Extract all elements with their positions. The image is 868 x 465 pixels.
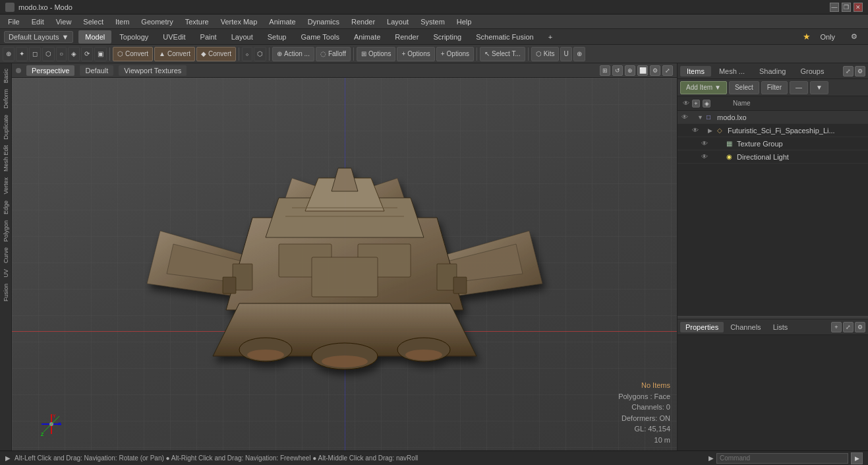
sidebar-basic[interactable]: Basic <box>2 66 10 86</box>
menu-help[interactable]: Help <box>451 16 477 27</box>
default-tab[interactable]: Default <box>80 65 113 76</box>
vp-maximize-btn[interactable]: ⤢ <box>662 65 673 76</box>
menu-dynamics[interactable]: Dynamics <box>303 16 345 27</box>
options-button-3[interactable]: + Options <box>436 47 474 61</box>
sidebar-vertex[interactable]: Vertex <box>2 175 10 197</box>
item-row-light[interactable]: 👁 ▶ ◉ Directional Light <box>678 150 868 164</box>
item-row-modo[interactable]: 👁 ▼ □ modo.lxo <box>678 111 868 124</box>
sidebar-polygon[interactable]: Polygon <box>2 218 10 245</box>
expand-spaceship[interactable]: ▶ <box>708 127 716 134</box>
command-run-button[interactable]: ▶ <box>851 452 863 464</box>
viewport-textures-tab[interactable]: Viewport Textures <box>119 65 187 76</box>
command-input[interactable] <box>716 453 848 464</box>
panel-expand-btn[interactable]: ⤢ <box>843 66 854 77</box>
tab-topology[interactable]: Topology <box>113 30 155 44</box>
expand-texture[interactable]: ▶ <box>717 140 725 147</box>
sidebar-duplicate[interactable]: Duplicate <box>2 112 10 142</box>
vis-icon-spaceship[interactable]: 👁 <box>691 127 700 134</box>
vp-settings-btn[interactable]: ⚙ <box>650 65 660 76</box>
props-expand-btn[interactable]: ⤢ <box>843 322 854 332</box>
vis-icon-modo[interactable]: 👁 <box>680 113 689 121</box>
menu-select[interactable]: Select <box>78 16 109 27</box>
vp-grid-btn[interactable]: ⊞ <box>600 65 610 76</box>
menu-system[interactable]: System <box>415 16 450 27</box>
tab-uvedit[interactable]: UVEdit <box>156 30 192 44</box>
add-item-button[interactable]: Add Item ▼ <box>680 81 727 94</box>
tab-scripting[interactable]: Scripting <box>426 30 468 44</box>
sidebar-edge[interactable]: Edge <box>2 198 10 217</box>
tab-setup[interactable]: Setup <box>261 30 293 44</box>
toolbar-icon-10[interactable]: ⬡ <box>254 47 266 61</box>
tab-render[interactable]: Render <box>388 30 425 44</box>
convert-button-2[interactable]: ▲ Convert <box>154 47 195 61</box>
minimize-button[interactable]: — <box>830 3 839 12</box>
convert-button-3[interactable]: ◆ Convert <box>196 47 236 61</box>
menu-edit[interactable]: Edit <box>26 16 49 27</box>
toolbar-icon-extra[interactable]: ⊕ <box>573 47 585 61</box>
item-row-spaceship[interactable]: 👁 ▶ ◇ Futuristic_Sci_Fi_Spaceship_Li... <box>678 124 868 137</box>
tab-layout[interactable]: Layout <box>225 30 260 44</box>
tab-shading[interactable]: Shading <box>753 66 792 77</box>
tab-model[interactable]: Model <box>78 30 111 44</box>
toolbar-icon-4[interactable]: ⬡ <box>42 47 55 61</box>
vp-zoom-btn[interactable]: ⊕ <box>625 65 635 76</box>
star-button[interactable]: ★ <box>803 32 811 42</box>
falloff-button[interactable]: ◌ Falloff <box>316 47 351 61</box>
menu-animate[interactable]: Animate <box>264 16 301 27</box>
menu-texture[interactable]: Texture <box>180 16 214 27</box>
filter-button[interactable]: Filter <box>761 81 788 94</box>
tab-lists[interactable]: Lists <box>768 322 794 332</box>
toolbar-icon-unreal[interactable]: U <box>560 47 571 61</box>
vp-rotate-btn[interactable]: ↺ <box>612 65 623 76</box>
props-settings-btn[interactable]: ⚙ <box>855 322 865 332</box>
filter-settings-btn[interactable]: ▼ <box>810 81 828 94</box>
tab-schematic-fusion[interactable]: Schematic Fusion <box>469 30 540 44</box>
expand-light[interactable]: ▶ <box>717 154 725 160</box>
default-layouts-dropdown[interactable]: Default Layouts ▼ <box>4 31 73 43</box>
convert-button-1[interactable]: ⬡ Convert <box>113 47 153 61</box>
viewport-pin[interactable] <box>16 68 21 73</box>
menu-geometry[interactable]: Geometry <box>136 16 178 27</box>
vis-icon-light[interactable]: 👁 <box>700 153 709 160</box>
toolbar-icon-7[interactable]: ⟳ <box>81 47 93 61</box>
menu-item[interactable]: Item <box>110 16 134 27</box>
sidebar-curve[interactable]: Curve <box>2 245 10 266</box>
minus-button[interactable]: — <box>790 81 808 94</box>
tab-game-tools[interactable]: Game Tools <box>294 30 346 44</box>
settings-button[interactable]: ⚙ <box>844 30 864 44</box>
menu-file[interactable]: File <box>3 16 25 27</box>
options-button-1[interactable]: ⊞ Options <box>357 47 395 61</box>
vp-frame-btn[interactable]: ⬜ <box>637 65 648 76</box>
toolbar-icon-3[interactable]: ◻ <box>29 47 41 61</box>
maximize-button[interactable]: ❐ <box>842 3 851 12</box>
perspective-tab[interactable]: Perspective <box>26 65 74 76</box>
action-button[interactable]: ⊕ Action ... <box>272 47 314 61</box>
toolbar-icon-2[interactable]: ✦ <box>16 47 28 61</box>
options-button-2[interactable]: + Options <box>397 47 434 61</box>
select-button[interactable]: Select <box>729 81 759 94</box>
close-button[interactable]: ✕ <box>854 3 863 12</box>
tab-add[interactable]: + <box>542 30 559 44</box>
expand-modo[interactable]: ▼ <box>697 114 705 121</box>
menu-vertex-map[interactable]: Vertex Map <box>216 16 263 27</box>
menu-view[interactable]: View <box>51 16 77 27</box>
tab-groups[interactable]: Groups <box>794 66 830 77</box>
toolbar-icon-1[interactable]: ⊕ <box>3 47 14 61</box>
toolbar-icon-9[interactable]: ⬦ <box>242 47 252 61</box>
render-icon[interactable]: ◈ <box>703 100 710 108</box>
kits-button[interactable]: ⬡ Kits <box>531 47 560 61</box>
tab-channels[interactable]: Channels <box>725 322 766 332</box>
tab-mesh[interactable]: Mesh ... <box>712 66 751 77</box>
menu-layout[interactable]: Layout <box>382 16 414 27</box>
only-button[interactable]: Only <box>813 30 842 44</box>
select-tool-button[interactable]: ↖ Select T... <box>480 47 525 61</box>
3d-scene[interactable]: Y X Z No Items Polygons : Face Channels:… <box>12 78 677 450</box>
tab-properties[interactable]: Properties <box>680 322 724 332</box>
sidebar-uv[interactable]: UV <box>2 266 10 280</box>
sidebar-deform[interactable]: Deform <box>2 86 10 111</box>
menu-render[interactable]: Render <box>346 16 380 27</box>
toolbar-icon-5[interactable]: ○ <box>56 47 67 61</box>
item-row-texture[interactable]: 👁 ▶ ▦ Texture Group <box>678 137 868 150</box>
toolbar-icon-6[interactable]: ◈ <box>68 47 80 61</box>
add-col-btn[interactable]: + <box>692 100 700 108</box>
